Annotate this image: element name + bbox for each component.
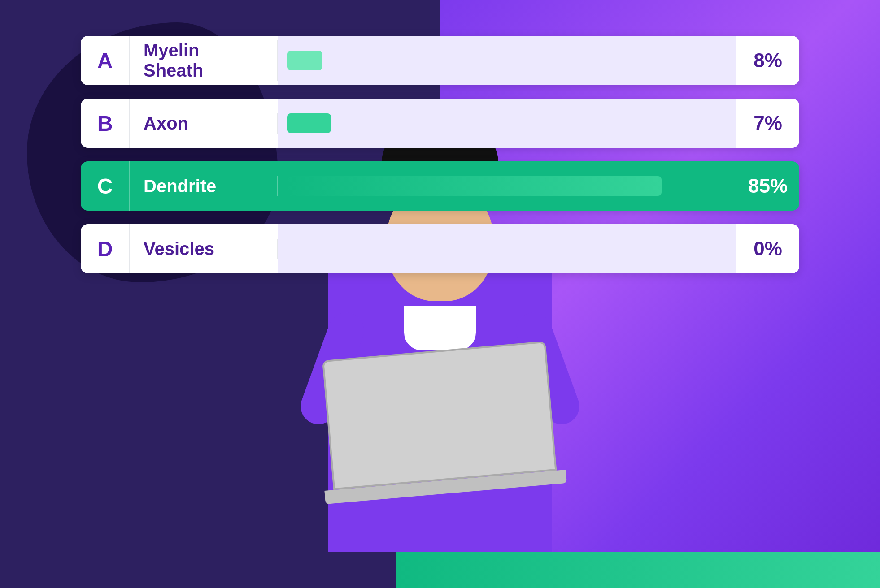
- person-laptop: [322, 341, 558, 503]
- person-collar: [404, 306, 476, 350]
- option-b-percentage: 7%: [736, 112, 799, 134]
- option-b-bar-container: [278, 99, 736, 148]
- option-d-row[interactable]: D Vesicles 0%: [81, 224, 799, 273]
- option-c-text: Dendrite: [130, 176, 278, 196]
- laptop-screen: [322, 341, 557, 490]
- option-c-row[interactable]: C Dendrite 85%: [81, 161, 799, 211]
- option-a-bar-container: [278, 36, 736, 85]
- option-c-bar: [287, 176, 662, 196]
- option-b-bar: [287, 113, 331, 133]
- option-a-letter: A: [81, 36, 130, 85]
- option-d-percentage: 0%: [736, 238, 799, 260]
- option-c-bar-container: [278, 161, 736, 211]
- option-a-text: Myelin Sheath: [130, 40, 278, 81]
- option-c-letter: C: [81, 161, 130, 211]
- option-b-text: Axon: [130, 113, 278, 134]
- option-b-row[interactable]: B Axon 7%: [81, 99, 799, 148]
- option-b-letter: B: [81, 99, 130, 148]
- quiz-options-container: A Myelin Sheath 8% B Axon 7% C Dendrite: [81, 36, 799, 273]
- option-a-percentage: 8%: [736, 49, 799, 72]
- option-c-percentage: 85%: [736, 175, 799, 197]
- option-d-bar-container: [278, 224, 736, 273]
- option-d-letter: D: [81, 224, 130, 273]
- option-a-bar: [287, 51, 322, 70]
- option-a-row[interactable]: A Myelin Sheath 8%: [81, 36, 799, 85]
- green-accent-bar: [396, 552, 880, 588]
- option-d-text: Vesicles: [130, 239, 278, 259]
